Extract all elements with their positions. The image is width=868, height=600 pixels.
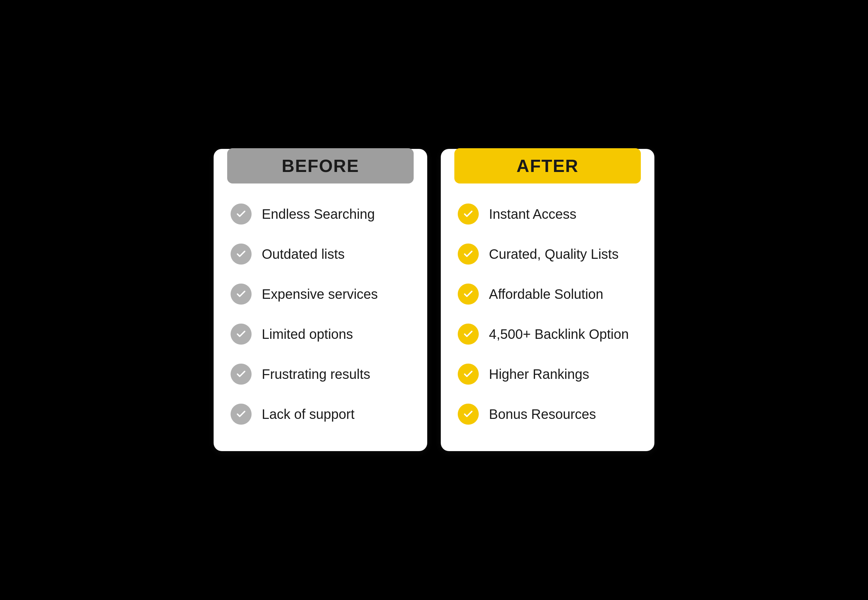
before-header: BEFORE: [227, 148, 414, 183]
after-items-list: Instant Access Curated, Quality Lists Af…: [441, 184, 655, 434]
after-item-label-5: Bonus Resources: [489, 406, 596, 422]
before-panel: BEFORE Endless Searching Outdated lists …: [213, 149, 427, 451]
before-item-label-2: Expensive services: [262, 286, 378, 302]
after-item-label-1: Curated, Quality Lists: [489, 246, 618, 262]
before-list-item: Outdated lists: [231, 234, 410, 274]
before-list-item: Limited options: [231, 314, 410, 354]
after-item-label-3: 4,500+ Backlink Option: [489, 326, 629, 342]
before-list-item: Frustrating results: [231, 354, 410, 394]
after-check-icon-4: [458, 364, 479, 385]
after-header: AFTER: [454, 148, 641, 183]
comparison-container: BEFORE Endless Searching Outdated lists …: [213, 149, 655, 451]
after-list-item: Instant Access: [458, 194, 637, 234]
before-list-item: Endless Searching: [231, 194, 410, 234]
before-item-label-4: Frustrating results: [262, 366, 370, 382]
after-list-item: Bonus Resources: [458, 394, 637, 434]
before-item-label-5: Lack of support: [262, 406, 355, 422]
after-check-icon-1: [458, 244, 479, 265]
after-check-icon-3: [458, 324, 479, 345]
before-item-label-3: Limited options: [262, 326, 353, 342]
before-check-icon-3: [231, 324, 252, 345]
before-items-list: Endless Searching Outdated lists Expensi…: [213, 184, 427, 434]
after-check-icon-5: [458, 404, 479, 425]
after-list-item: Curated, Quality Lists: [458, 234, 637, 274]
after-item-label-4: Higher Rankings: [489, 366, 589, 382]
after-check-icon-2: [458, 283, 479, 305]
before-title: BEFORE: [282, 156, 359, 176]
after-list-item: Affordable Solution: [458, 274, 637, 314]
before-check-icon-0: [231, 203, 252, 224]
after-list-item: 4,500+ Backlink Option: [458, 314, 637, 354]
before-check-icon-4: [231, 364, 252, 385]
after-item-label-2: Affordable Solution: [489, 286, 603, 302]
after-list-item: Higher Rankings: [458, 354, 637, 394]
after-check-icon-0: [458, 203, 479, 224]
after-title: AFTER: [516, 156, 578, 176]
before-check-icon-1: [231, 244, 252, 265]
before-check-icon-5: [231, 404, 252, 425]
before-check-icon-2: [231, 283, 252, 305]
before-item-label-0: Endless Searching: [262, 206, 375, 222]
before-item-label-1: Outdated lists: [262, 246, 345, 262]
after-item-label-0: Instant Access: [489, 206, 576, 222]
before-list-item: Lack of support: [231, 394, 410, 434]
before-list-item: Expensive services: [231, 274, 410, 314]
after-panel: AFTER Instant Access Curated, Quality Li…: [441, 149, 655, 451]
